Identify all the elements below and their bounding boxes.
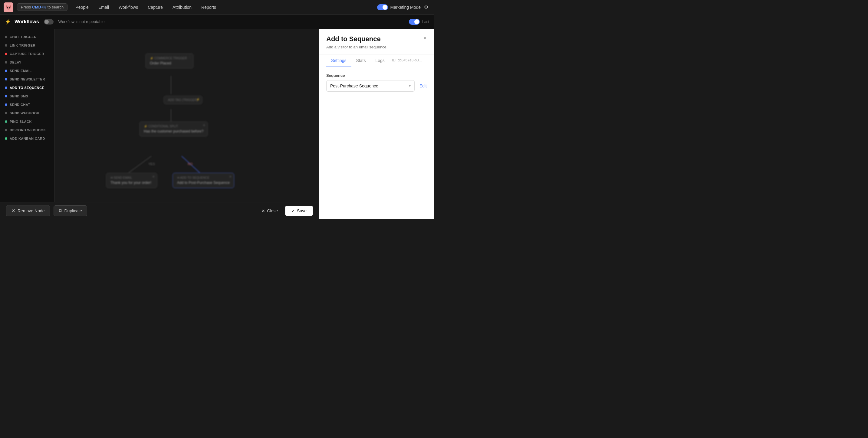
svg-line-8 (129, 156, 151, 173)
sequence-field-label: Sequence (326, 73, 427, 78)
remove-node-button[interactable]: ✕ Remove Node (6, 205, 50, 216)
nav-email[interactable]: Email (94, 3, 113, 11)
add-sequence-dot (5, 87, 7, 89)
node-send-email[interactable]: ✉ SEND EMAIL Thank you for your order! ⊕ (106, 173, 157, 188)
bottom-right-actions: ✕ Close ✓ Save (257, 206, 313, 216)
send-webhook-dot (5, 112, 7, 114)
canvas-content: ⚡ COMMERCE TRIGGER Order Placed ⋮⋮ ADD T… (55, 29, 319, 219)
sidebar-send-email-label: SEND EMAIL (10, 69, 32, 73)
sidebar-link-trigger-label: LINK TRIGGER (10, 43, 35, 47)
sidebar-item-capture-trigger[interactable]: CAPTURE TRIGGER (0, 49, 54, 58)
chat-trigger-dot (5, 36, 7, 38)
send-chat-dot (5, 103, 7, 106)
discord-dot (5, 129, 7, 131)
sidebar-send-chat-label: SEND CHAT (10, 103, 30, 106)
sidebar-send-sms-label: SEND SMS (10, 94, 28, 98)
nav-attribution[interactable]: Attribution (168, 3, 196, 11)
duplicate-label: Duplicate (64, 208, 82, 213)
chevron-down-icon: ▾ (409, 84, 411, 88)
node-add-to-sequence[interactable]: ✉ ADD TO SEQUENCE Add to Post-Purchase S… (173, 173, 234, 188)
workflow-canvas[interactable]: ⚡ COMMERCE TRIGGER Order Placed ⋮⋮ ADD T… (55, 29, 319, 219)
sidebar-delay-label: DELAY (10, 61, 22, 64)
workflow-status: Workflow is not repeatable (58, 20, 105, 24)
marketing-mode-toggle-area: Marketing Mode (377, 4, 421, 10)
tab-stats[interactable]: Stats (351, 55, 371, 67)
workflow-active-toggle[interactable] (409, 19, 420, 25)
node-add-tag[interactable]: ADD TAG (TRIGGER) ⚡ (163, 96, 203, 104)
duplicate-icon: ⧉ (59, 208, 62, 213)
panel-title: Add to Sequence (326, 35, 427, 43)
last-saved: Last (422, 20, 429, 24)
branch-yes-label: YES (148, 162, 155, 166)
workflows-icon: ⚡ (5, 19, 11, 25)
node-commerce-trigger[interactable]: ⚡ COMMERCE TRIGGER Order Placed ⋮⋮ (145, 53, 194, 69)
edit-sequence-button[interactable]: Edit (420, 83, 427, 88)
search-shortcut: CMD+K (32, 5, 46, 9)
nav-workflows[interactable]: Workflows (115, 3, 142, 11)
svg-point-4 (7, 7, 8, 8)
sidebar-capture-trigger-label: CAPTURE TRIGGER (10, 52, 44, 56)
send-newsletter-dot (5, 78, 7, 80)
sidebar-ping-slack-label: PING SLACK (10, 120, 32, 124)
nav-capture[interactable]: Capture (144, 3, 167, 11)
remove-node-icon: ✕ (11, 208, 15, 213)
sidebar-item-send-sms[interactable]: SEND SMS (0, 92, 54, 100)
sidebar-chat-trigger-label: CHAT TRIGGER (10, 35, 37, 39)
sidebar-send-newsletter-label: SEND NEWSLETTER (10, 77, 45, 81)
sidebar-send-webhook-label: SEND WEBHOOK (10, 111, 39, 115)
sidebar-item-delay[interactable]: DELAY (0, 58, 54, 67)
sidebar-item-add-kanban[interactable]: ADD KANBAN CARD (0, 134, 54, 143)
send-email-dot (5, 70, 7, 72)
sequence-selector-row: Post-Purchase Sequence ▾ Edit (326, 80, 427, 92)
duplicate-button[interactable]: ⧉ Duplicate (54, 205, 87, 216)
sidebar-item-add-to-sequence[interactable]: ADD TO SEQUENCE (0, 83, 54, 92)
page-title: Workflows (14, 19, 39, 25)
sidebar-item-link-trigger[interactable]: LINK TRIGGER (0, 41, 54, 49)
tab-logs[interactable]: Logs (371, 55, 390, 67)
sidebar-add-sequence-label: ADD TO SEQUENCE (10, 86, 44, 90)
sidebar-item-chat-trigger[interactable]: CHAT TRIGGER (0, 33, 54, 41)
sidebar-item-ping-slack[interactable]: PING SLACK (0, 117, 54, 126)
sidebar-item-send-chat[interactable]: SEND CHAT (0, 100, 54, 109)
sub-nav-right: Last (409, 19, 429, 25)
send-sms-dot (5, 95, 7, 97)
sidebar-item-send-webhook[interactable]: SEND WEBHOOK (0, 109, 54, 117)
sequence-value: Post-Purchase Sequence (330, 83, 409, 88)
tab-settings[interactable]: Settings (326, 55, 351, 67)
bottom-bar: ✕ Remove Node ⧉ Duplicate ✕ Close ✓ Save (0, 202, 319, 219)
close-button[interactable]: ✕ Close (257, 206, 283, 216)
panel-subtitle: Add a visitor to an email sequence. (326, 45, 427, 49)
right-panel: Add to Sequence Add a visitor to an emai… (319, 29, 434, 219)
main-area: CHAT TRIGGER LINK TRIGGER CAPTURE TRIGGE… (0, 29, 434, 219)
save-button[interactable]: ✓ Save (285, 206, 313, 216)
remove-node-label: Remove Node (18, 208, 45, 213)
kanban-dot (5, 137, 7, 140)
settings-icon[interactable]: ⚙ (422, 3, 430, 11)
link-trigger-dot (5, 44, 7, 46)
close-label: Close (267, 208, 278, 213)
sub-navigation: ⚡ Workflows Workflow is not repeatable L… (0, 14, 434, 29)
node-conditional-split[interactable]: ⚡ CONDITIONAL SPLIT Has the customer pur… (139, 121, 208, 137)
marketing-mode-toggle[interactable] (377, 4, 388, 10)
sidebar-discord-label: DISCORD WEBHOOK (10, 128, 46, 132)
sidebar-item-send-email[interactable]: SEND EMAIL (0, 67, 54, 75)
close-icon: ✕ (261, 208, 265, 213)
branch-no-label: NO (188, 162, 193, 166)
search-bar[interactable]: Press CMD+K to search (17, 3, 67, 11)
ping-slack-dot (5, 121, 7, 123)
delay-dot (5, 61, 7, 64)
sidebar: CHAT TRIGGER LINK TRIGGER CAPTURE TRIGGE… (0, 29, 55, 219)
panel-tabs: Settings Stats Logs ID: cb8457e3-b3... (319, 55, 434, 67)
sidebar-item-discord-webhook[interactable]: DISCORD WEBHOOK (0, 126, 54, 134)
capture-trigger-dot (5, 53, 7, 55)
sidebar-item-send-newsletter[interactable]: SEND NEWSLETTER (0, 75, 54, 83)
workflow-repeat-toggle[interactable] (44, 19, 54, 25)
panel-tab-id: ID: cb8457e3-b3... (390, 55, 424, 67)
sidebar-kanban-label: ADD KANBAN CARD (10, 137, 45, 140)
svg-point-5 (9, 7, 10, 8)
panel-close-button[interactable]: × (421, 34, 429, 42)
app-logo[interactable] (4, 2, 13, 12)
nav-reports[interactable]: Reports (197, 3, 220, 11)
nav-people[interactable]: People (71, 3, 93, 11)
sequence-dropdown[interactable]: Post-Purchase Sequence ▾ (326, 80, 415, 92)
